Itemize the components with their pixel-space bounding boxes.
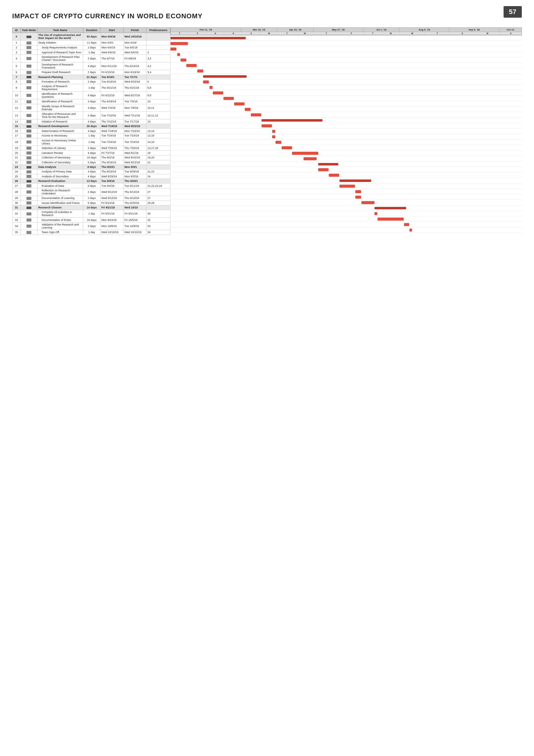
- table-row: 31Research Closure14 daysFri 9/21/18Wed …: [13, 205, 170, 210]
- cell-name: Access to Necessary Online Library: [37, 138, 83, 146]
- task-bar: [355, 196, 361, 199]
- cell-duration: 2 days: [83, 55, 100, 62]
- task-table: ID Task Mode Task Name Duration Start Fi…: [12, 27, 170, 235]
- chart-row: [170, 107, 522, 112]
- day-S1: S: [207, 32, 225, 35]
- cell-finish: Wed 6/20/18: [123, 79, 146, 84]
- chart-row: [170, 173, 522, 178]
- col-id: ID: [13, 28, 21, 33]
- cell-start: Mon 6/4/1: [100, 40, 124, 45]
- cell-finish: Mon 6/18/18: [123, 70, 146, 75]
- table-row: 5Development of Research Framework4 days…: [13, 62, 170, 70]
- day-M1: M: [260, 32, 278, 35]
- cell-predecessors: [146, 33, 170, 40]
- cell-id: 22: [13, 160, 21, 165]
- cell-duration: 2 days: [83, 79, 100, 84]
- cell-predecessors: 29,28: [146, 201, 170, 205]
- cell-predecessors: 13,17,18: [146, 146, 170, 150]
- month-header-jul: Jul 1, '18: [363, 28, 399, 32]
- cell-duration: 4 days: [83, 99, 100, 104]
- cell-mode: [20, 70, 37, 75]
- task-mode-icon: [27, 190, 31, 194]
- cell-mode: [20, 222, 37, 230]
- month-header-feb: Feb 11, '18: [171, 28, 241, 32]
- cell-duration: 6 days: [83, 183, 100, 188]
- task-mode-icon: [27, 36, 31, 38]
- cell-mode: [20, 138, 37, 146]
- cell-name: Study Requirements Analysis: [37, 45, 83, 50]
- col-predecessors: Predecessors: [146, 28, 170, 33]
- cell-id: 10: [13, 92, 21, 99]
- cell-name: Analysis of Secondary: [37, 174, 83, 179]
- cell-id: 24: [13, 170, 21, 174]
- cell-id: 28: [13, 188, 21, 196]
- cell-start: Mon 6/4/18: [100, 33, 124, 40]
- cell-start: Wed 9/12/18: [100, 188, 124, 196]
- cell-duration: 4 days: [83, 170, 100, 174]
- cell-name: Identification of Research Questions: [37, 92, 83, 99]
- chart-row: [170, 216, 522, 222]
- chart-row: [170, 140, 522, 145]
- day-T3: T: [314, 32, 339, 35]
- cell-mode: [20, 33, 37, 40]
- cell-id: 34: [13, 222, 21, 230]
- cell-predecessors: 21,22: [146, 170, 170, 174]
- cell-id: 26: [13, 179, 21, 183]
- cell-id: 0: [13, 33, 21, 40]
- cell-predecessors: 24: [146, 174, 170, 179]
- cell-duration: 2 days: [83, 222, 100, 230]
- task-mode-icon: [27, 65, 31, 68]
- cell-start: Mon 6/11/18: [100, 62, 124, 70]
- cell-start: Thu 8/23/1: [100, 165, 124, 170]
- cell-duration: 1 day: [83, 50, 100, 55]
- cell-start: Mon 6/4/18: [100, 45, 124, 50]
- chart-row: [170, 145, 522, 150]
- chart-row: [170, 96, 522, 101]
- cell-start: Tue 7/10/18: [100, 112, 124, 119]
- month-header-apr: Apr 22, '18: [277, 28, 314, 32]
- cell-id: 11: [13, 99, 21, 104]
- task-mode-icon: [27, 161, 31, 164]
- cell-mode: [20, 146, 37, 150]
- task-mode-icon: [27, 76, 31, 78]
- cell-name: Documentation of Entire: [37, 218, 83, 223]
- cell-name: Development of Research Plan Charter / D…: [37, 55, 83, 62]
- cell-name: Collection of Necessary: [37, 155, 83, 160]
- cell-predecessors: 6,8: [146, 84, 170, 92]
- cell-start: Wed 7/18/18: [100, 129, 124, 133]
- chart-row: [170, 134, 522, 140]
- cell-name: Development of Research Framework: [37, 62, 83, 70]
- table-row: 6Prepare Draft Research2 daysFri 6/15/18…: [13, 70, 170, 75]
- cell-predecessors: 21,22,23,24: [146, 183, 170, 188]
- cell-duration: 2 days: [83, 146, 100, 150]
- cell-predecessors: 8,9: [146, 92, 170, 99]
- cell-duration: 11 days: [83, 40, 100, 45]
- cell-finish: Mon 9/3/1: [123, 165, 146, 170]
- table-row: 35Team Sign-Off1 dayWed 10/10/18Wed 10/1…: [13, 230, 170, 235]
- cell-start: Thu 6/21/18: [100, 84, 124, 92]
- cell-mode: [20, 183, 37, 188]
- cell-id: 12: [13, 104, 21, 112]
- summary-bar: [262, 119, 322, 122]
- cell-id: 16: [13, 129, 21, 133]
- task-bar: [304, 157, 317, 160]
- cell-duration: 10 days: [83, 218, 100, 223]
- cell-start: Wed 7/25/18: [100, 146, 124, 150]
- cell-mode: [20, 170, 37, 174]
- cell-predecessors: 21: [146, 160, 170, 165]
- cell-name: Complete All Acitivities in Research: [37, 210, 83, 218]
- cell-finish: Thu 9/13/18: [123, 196, 146, 201]
- cell-mode: [20, 124, 37, 129]
- cell-start: Tue 9/4/18: [100, 183, 124, 188]
- cell-mode: [20, 92, 37, 99]
- chart-row: [170, 183, 522, 189]
- cell-mode: [20, 62, 37, 70]
- cell-start: Wed 9/12/18: [100, 196, 124, 201]
- cell-id: 13: [13, 112, 21, 119]
- cell-finish: Tue 10/9/18: [123, 222, 146, 230]
- cell-finish: Mon 7/23/18: [123, 129, 146, 133]
- table-row: 1Study Initiation11 daysMon 6/4/1Mon 6/1…: [13, 40, 170, 45]
- task-mode-icon: [27, 156, 31, 159]
- table-row: 3Approval of Research Topic from1 dayWed…: [13, 50, 170, 55]
- cell-predecessors: 13: [146, 119, 170, 124]
